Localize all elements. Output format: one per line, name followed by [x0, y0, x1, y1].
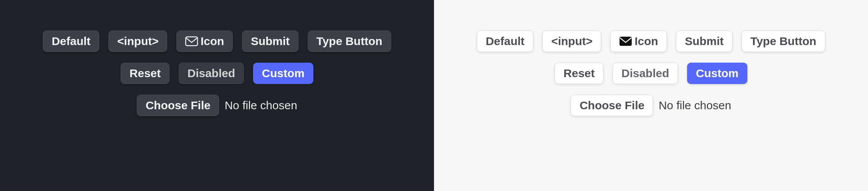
disabled-button: Disabled: [179, 63, 244, 84]
button-row-1: Default <input> Icon Submit Type Button: [477, 31, 825, 52]
submit-button[interactable]: Submit: [242, 31, 298, 52]
button-row-2: Reset Disabled Custom: [121, 63, 313, 84]
svg-rect-0: [186, 37, 198, 46]
input-button[interactable]: <input>: [108, 31, 167, 52]
type-button-button-label: Type Button: [750, 36, 816, 47]
icon-button[interactable]: Icon: [176, 31, 233, 52]
envelope-icon: [185, 36, 198, 46]
type-button-button[interactable]: Type Button: [742, 31, 825, 52]
default-button-label: Default: [52, 36, 90, 47]
custom-button[interactable]: Custom: [253, 63, 313, 84]
choose-file-button-label: Choose File: [579, 100, 644, 111]
file-status-text: No file chosen: [658, 99, 731, 112]
reset-button[interactable]: Reset: [555, 63, 603, 84]
reset-button-label: Reset: [129, 68, 161, 79]
type-button-button-label: Type Button: [316, 36, 382, 47]
file-status-text: No file chosen: [224, 99, 297, 112]
file-input-row: Choose File No file chosen: [571, 95, 731, 116]
file-input-row: Choose File No file chosen: [137, 95, 297, 116]
input-button-label: <input>: [117, 36, 158, 47]
input-button[interactable]: <input>: [542, 31, 601, 52]
dark-theme-panel: Default <input> Icon Submit Type Button …: [0, 0, 434, 191]
icon-button[interactable]: Icon: [610, 31, 667, 52]
custom-button-label: Custom: [262, 68, 305, 79]
choose-file-button-label: Choose File: [145, 100, 210, 111]
icon-button-label: Icon: [200, 36, 224, 47]
disabled-button-label: Disabled: [621, 68, 669, 79]
submit-button-label: Submit: [685, 36, 724, 47]
reset-button[interactable]: Reset: [121, 63, 169, 84]
choose-file-button[interactable]: Choose File: [571, 95, 653, 116]
type-button-button[interactable]: Type Button: [308, 31, 391, 52]
disabled-button: Disabled: [613, 63, 678, 84]
choose-file-button[interactable]: Choose File: [137, 95, 219, 116]
light-theme-panel: Default <input> Icon Submit Type Button …: [434, 0, 868, 191]
icon-button-label: Icon: [634, 36, 658, 47]
default-button[interactable]: Default: [43, 31, 99, 52]
button-row-2: Reset Disabled Custom: [555, 63, 747, 84]
default-button[interactable]: Default: [477, 31, 533, 52]
disabled-button-label: Disabled: [187, 68, 235, 79]
custom-button-label: Custom: [696, 68, 739, 79]
default-button-label: Default: [486, 36, 524, 47]
input-button-label: <input>: [551, 36, 592, 47]
envelope-icon: [619, 36, 632, 46]
button-row-1: Default <input> Icon Submit Type Button: [43, 31, 391, 52]
submit-button[interactable]: Submit: [676, 31, 732, 52]
submit-button-label: Submit: [251, 36, 290, 47]
custom-button[interactable]: Custom: [687, 63, 747, 84]
reset-button-label: Reset: [563, 68, 595, 79]
svg-rect-1: [620, 37, 632, 46]
